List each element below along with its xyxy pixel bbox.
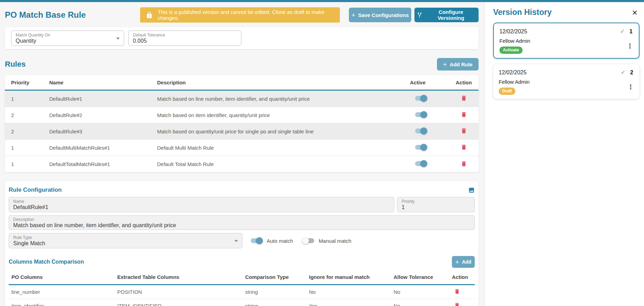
- version-number: 2: [630, 69, 633, 76]
- page-title: PO Match Base Rule: [5, 10, 86, 20]
- version-card[interactable]: 12/02/2025 ✓ 2 Fellow Admin Draft ⋮: [493, 64, 639, 99]
- default-tolerance-field[interactable]: Default Tolerance 0.005: [128, 31, 241, 46]
- version-status-badge[interactable]: Activate: [499, 47, 523, 54]
- rule-priority-value: 1: [402, 204, 470, 210]
- rule-type-value: Single Match: [13, 240, 238, 247]
- rule-description-field[interactable]: Description Match based on line number, …: [9, 215, 475, 230]
- rule-description-cell: Match based on line number, item identif…: [157, 96, 410, 102]
- auto-match-toggle[interactable]: [250, 237, 263, 244]
- column-match-row: item_identifier ITEM_IDENTIFIER string Y…: [9, 299, 475, 306]
- version-history-header: Version History ×: [493, 8, 639, 17]
- add-column-button[interactable]: + Add: [452, 256, 475, 268]
- base-settings-card: Match Quantity On Quantity Default Toler…: [5, 27, 479, 49]
- default-tolerance-label: Default Tolerance: [133, 33, 237, 38]
- delete-column-button[interactable]: [454, 288, 460, 295]
- delete-rule-button[interactable]: [461, 127, 467, 134]
- col-description: Description: [157, 80, 410, 85]
- chevron-down-icon: [234, 240, 238, 242]
- col-name: Name: [49, 80, 157, 85]
- allow-tolerance-cell: No: [394, 303, 452, 306]
- match-quantity-on-label: Match Quantity On: [16, 33, 120, 38]
- trash-icon: [461, 160, 467, 167]
- image-icon[interactable]: [468, 187, 475, 193]
- col-action: Action: [452, 274, 475, 280]
- page-header: PO Match Base Rule This is a published v…: [5, 7, 479, 23]
- app-root: PO Match Base Rule This is a published v…: [0, 2, 644, 306]
- rule-name-cell: DefaultRule#2: [49, 112, 157, 118]
- published-warning-banner: This is a published version and cannot b…: [140, 7, 340, 23]
- manual-match-toggle[interactable]: [302, 237, 315, 244]
- ignore-manual-cell: No: [309, 289, 394, 295]
- configure-versioning-button[interactable]: Configure Versioning: [414, 8, 479, 22]
- version-list: 12/02/2025 ✓ 1 Fellow Admin Activate ⋮ 1…: [493, 23, 639, 99]
- delete-rule-button[interactable]: [461, 160, 467, 167]
- rule-priority-label: Priority: [402, 199, 470, 204]
- columns-match-table-header: PO Columns Extracted Table Columns Compa…: [9, 270, 475, 285]
- rule-description-cell: Match based on item identifier, quantity…: [157, 112, 410, 118]
- version-card[interactable]: 12/02/2025 ✓ 1 Fellow Admin Activate ⋮: [493, 23, 639, 59]
- rule-active-toggle[interactable]: [414, 95, 427, 102]
- col-po-columns: PO Columns: [11, 274, 117, 280]
- lock-icon: [146, 11, 153, 19]
- col-action: Action: [456, 80, 479, 85]
- trash-icon: [461, 95, 467, 101]
- rule-row: 1 DefaultRule#1 Match based on line numb…: [5, 91, 479, 107]
- rule-name-cell: DefaultMultiMatchRules#1: [49, 145, 157, 151]
- rule-active-toggle[interactable]: [414, 111, 427, 118]
- col-extracted-table-columns: Extracted Table Columns: [117, 274, 245, 280]
- extracted-column-cell: ITEM_IDENTIFIER: [117, 303, 245, 306]
- banner-text: This is a published version and cannot b…: [158, 9, 338, 21]
- col-comparison-type: Comparison Type: [245, 274, 309, 280]
- columns-match-header: Columns Match Comparison + Add: [9, 256, 475, 268]
- rule-active-toggle[interactable]: [414, 127, 427, 134]
- delete-column-button[interactable]: [454, 302, 460, 306]
- trash-icon: [454, 302, 460, 306]
- version-date: 12/02/2025: [499, 69, 526, 76]
- delete-rule-button[interactable]: [461, 144, 467, 150]
- columns-match-table-body: line_number POSITION string No No it: [9, 285, 475, 306]
- rule-name-label: Name: [13, 199, 390, 204]
- chevron-down-icon: [116, 38, 120, 40]
- rule-description-label: Description: [13, 217, 470, 222]
- rule-priority-cell: 1: [11, 161, 49, 167]
- configure-versioning-label: Configure Versioning: [426, 9, 477, 21]
- rule-type-select[interactable]: Rule Type Single Match: [9, 233, 242, 248]
- col-active: Active: [410, 80, 456, 85]
- version-status-badge[interactable]: Draft: [499, 88, 515, 95]
- rule-active-toggle[interactable]: [414, 160, 427, 167]
- save-configurations-button[interactable]: + Save Configurations: [349, 8, 411, 22]
- rule-priority-cell: 1: [11, 145, 49, 151]
- rule-name-field[interactable]: Name DefaultRule#1: [9, 197, 394, 212]
- trash-icon: [461, 111, 467, 118]
- rules-section-header: Rules + Add Rule: [5, 58, 479, 71]
- delete-rule-button[interactable]: [461, 111, 467, 118]
- kebab-menu-icon[interactable]: ⋮: [627, 42, 633, 50]
- rule-description-cell: Match based on quantity/unit price for s…: [157, 129, 410, 134]
- add-rule-button[interactable]: + Add Rule: [437, 58, 479, 71]
- ignore-manual-cell: Yes: [309, 303, 394, 306]
- rule-row: 1 DefaultTotalMatchRules#1 Default Total…: [5, 156, 479, 172]
- check-icon: ✓: [621, 69, 626, 76]
- save-configurations-label: Save Configurations: [358, 12, 409, 18]
- rule-description-cell: Default Multi Match Rule: [157, 145, 410, 151]
- rule-active-toggle[interactable]: [414, 144, 427, 151]
- plus-icon: +: [443, 61, 447, 68]
- trash-icon: [454, 288, 460, 295]
- add-rule-label: Add Rule: [450, 61, 473, 67]
- default-tolerance-value: 0.005: [133, 38, 237, 44]
- allow-tolerance-cell: No: [394, 289, 452, 295]
- delete-rule-button[interactable]: [461, 95, 467, 101]
- trash-icon: [461, 144, 467, 150]
- name-priority-row: Name DefaultRule#1 Priority 1: [9, 197, 475, 212]
- comparison-type-cell: string: [245, 303, 309, 306]
- version-date: 12/02/2025: [499, 28, 527, 35]
- rules-table-body: 1 DefaultRule#1 Match based on line numb…: [5, 91, 479, 172]
- version-author: Fellow Admin: [499, 79, 634, 85]
- kebab-menu-icon[interactable]: ⋮: [627, 83, 634, 91]
- rule-priority-cell: 1: [11, 96, 49, 102]
- version-history-title: Version History: [493, 8, 552, 17]
- rule-priority-field[interactable]: Priority 1: [397, 197, 475, 212]
- close-icon[interactable]: ×: [632, 8, 637, 17]
- match-quantity-on-select[interactable]: Match Quantity On Quantity: [11, 31, 124, 46]
- rule-row: 2 DefaultRule#3 Match based on quantity/…: [5, 123, 479, 140]
